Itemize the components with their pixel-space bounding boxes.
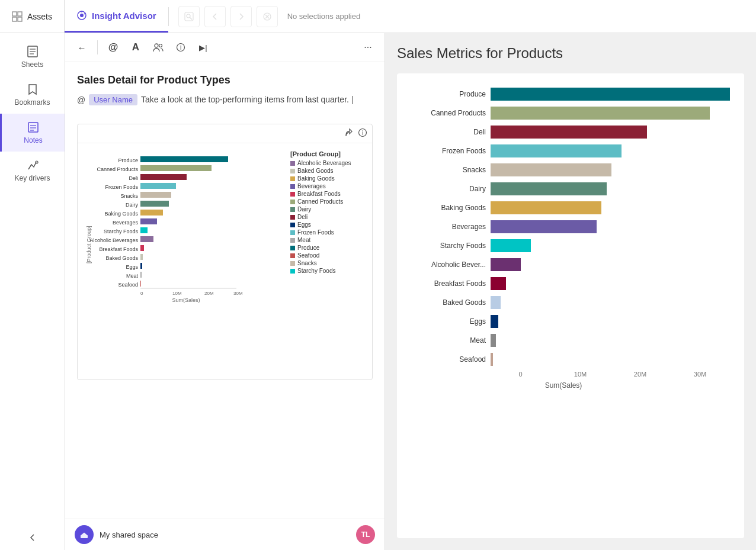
info-icon: i — [176, 43, 185, 52]
bar-track — [491, 239, 730, 252]
mention-btn[interactable]: @ — [104, 38, 123, 57]
legend-item-alcoholic: Alcoholic Beverages — [290, 160, 367, 166]
svg-rect-2 — [12, 17, 17, 21]
legend-title: [Product Group] — [290, 150, 367, 157]
bar-label: Produce — [397, 90, 486, 98]
bar-row: Canned Products — [397, 107, 730, 120]
bar-label: Frozen Foods — [397, 147, 486, 155]
assets-tab[interactable]: Assets — [0, 0, 65, 33]
assets-label: Assets — [27, 12, 52, 21]
bar-label: Dairy — [397, 185, 486, 193]
svg-text:Snacks: Snacks — [120, 193, 138, 199]
svg-rect-1 — [18, 12, 22, 16]
bar-fill — [491, 163, 611, 176]
bar-fill — [491, 144, 622, 157]
chart-embed-inner: [Product Group] Produce Canned Products … — [78, 143, 372, 379]
svg-text:10M: 10M — [172, 291, 182, 296]
more-btn[interactable]: ··· — [358, 38, 377, 57]
sheets-label: Sheets — [21, 60, 43, 69]
svg-rect-57 — [140, 272, 142, 278]
svg-rect-47 — [140, 227, 148, 233]
sidebar-item-bookmarks[interactable]: Bookmarks — [0, 76, 65, 114]
xaxis-20m: 20M — [610, 371, 670, 378]
mini-chart: [Product Group] Produce Canned Products … — [82, 148, 288, 375]
legend-label-canned: Canned Products — [297, 198, 343, 205]
svg-point-5 — [80, 14, 84, 17]
svg-text:Frozen Foods: Frozen Foods — [105, 184, 138, 190]
svg-text:Beverages: Beverages — [113, 220, 139, 226]
topbar-action-group: No selections applied — [169, 6, 370, 27]
notes-body-text: Take a look at the top-performing items … — [141, 94, 349, 106]
bar-fill — [491, 201, 601, 214]
back-btn[interactable] — [204, 6, 226, 27]
chart-embed: i [Product Group] Produce — [77, 124, 373, 380]
bar-row: Alcoholic Bever... — [397, 258, 730, 271]
svg-text:Starchy Foods: Starchy Foods — [104, 229, 139, 234]
sidebar-collapse-btn[interactable] — [0, 525, 65, 550]
clear-icon — [262, 12, 272, 21]
assets-icon — [12, 11, 23, 22]
notes-title: Sales Detail for Product Types — [77, 74, 373, 86]
chart-info-btn[interactable]: i — [358, 128, 367, 139]
bar-label: Eggs — [397, 317, 486, 326]
bar-label: Baked Goods — [397, 298, 486, 307]
bar-fill — [491, 126, 647, 139]
svg-rect-41 — [140, 201, 169, 207]
search-selections-btn[interactable] — [178, 6, 200, 27]
xaxis-30m: 30M — [670, 371, 730, 378]
collapse-icon — [27, 532, 38, 543]
sidebar-item-sheets[interactable]: Sheets — [0, 38, 65, 76]
expand-btn[interactable]: ▶| — [194, 38, 213, 57]
sidebar-item-notes[interactable]: Notes — [0, 114, 65, 152]
bar-label: Snacks — [397, 166, 486, 174]
bar-fill — [491, 334, 496, 347]
forward-btn[interactable] — [230, 6, 252, 27]
user-avatar[interactable]: TL — [356, 525, 375, 544]
back-note-btn[interactable]: ← — [72, 38, 91, 57]
legend-label-starchy: Starchy Foods — [297, 268, 335, 274]
svg-text:i: i — [180, 44, 181, 51]
chart-share-btn[interactable] — [344, 128, 353, 139]
legend-item-beverages: Beverages — [290, 183, 367, 189]
bar-row: Frozen Foods — [397, 144, 730, 157]
svg-rect-45 — [140, 218, 157, 224]
svg-rect-51 — [140, 245, 144, 251]
svg-text:i: i — [362, 130, 363, 136]
insight-icon — [76, 10, 87, 21]
notes-mention-line: @ User Name Take a look at the top-perfo… — [77, 94, 373, 106]
bar-label: Baking Goods — [397, 204, 486, 212]
bar-row: Baked Goods — [397, 296, 730, 309]
chart-xlabel: Sum(Sales) — [397, 381, 730, 390]
bar-track — [491, 258, 730, 271]
sidebar-item-key-drivers[interactable]: Key drivers — [0, 152, 65, 189]
legend-label-deli: Deli — [297, 214, 307, 220]
svg-rect-18 — [28, 123, 38, 132]
notes-panel: ← @ A i ▶| ··· Sales Detail for Product … — [65, 33, 385, 550]
legend-item-snacks: Snacks — [290, 260, 367, 266]
xaxis-0: 0 — [491, 371, 550, 378]
mention-chip[interactable]: User Name — [89, 94, 137, 105]
legend-item-eggs: Eggs — [290, 221, 367, 228]
share-icon — [344, 128, 353, 137]
legend-item-canned: Canned Products — [290, 198, 367, 205]
bar-label: Meat — [397, 336, 486, 345]
bar-track — [491, 144, 730, 157]
legend-label-seafood: Seafood — [297, 252, 319, 259]
svg-line-10 — [190, 17, 192, 20]
svg-rect-59 — [140, 281, 141, 287]
bar-row: Snacks — [397, 163, 730, 176]
people-btn[interactable] — [149, 38, 168, 57]
legend-label-alcoholic: Alcoholic Beverages — [297, 160, 351, 166]
legend-label-beverages: Beverages — [297, 183, 326, 189]
clear-btn[interactable] — [257, 6, 278, 27]
space-avatar — [75, 525, 94, 544]
topbar: Assets Insight Advisor No selections app… — [0, 0, 756, 33]
at-symbol: @ — [77, 95, 85, 105]
people-icon — [153, 43, 164, 52]
info-btn[interactable]: i — [171, 38, 190, 57]
bar-row: Produce — [397, 88, 730, 101]
insight-advisor-tab[interactable]: Insight Advisor — [65, 0, 168, 33]
main-layout: Sheets Bookmarks Notes Key drivers ← @ — [0, 33, 756, 550]
bar-row: Meat — [397, 334, 730, 347]
font-btn[interactable]: A — [126, 38, 145, 57]
